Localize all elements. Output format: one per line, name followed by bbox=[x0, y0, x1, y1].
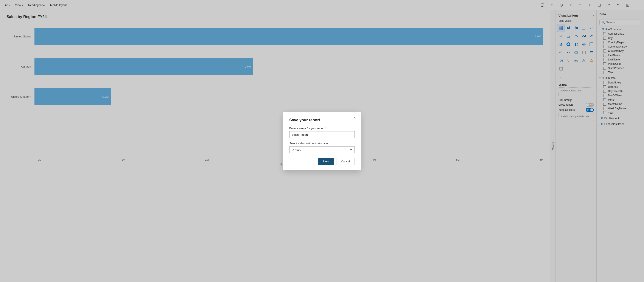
save-report-modal: Save your report × Enter a name for your… bbox=[283, 112, 361, 170]
save-button[interactable]: Save bbox=[318, 158, 334, 165]
modal-overlay[interactable]: Save your report × Enter a name for your… bbox=[0, 0, 644, 282]
modal-buttons: Save Cancel bbox=[289, 158, 355, 165]
modal-title: Save your report bbox=[289, 118, 355, 122]
cancel-button[interactable]: Cancel bbox=[336, 158, 355, 165]
report-name-input[interactable] bbox=[289, 131, 355, 138]
workspace-select[interactable]: DP-000 DP-001 DP-002 bbox=[289, 146, 355, 153]
modal-name-label: Enter a name for your report * bbox=[289, 127, 355, 130]
required-star: * bbox=[325, 127, 326, 130]
modal-workspace-label: Select a destination workspace bbox=[289, 142, 355, 145]
modal-close-button[interactable]: × bbox=[352, 115, 357, 120]
